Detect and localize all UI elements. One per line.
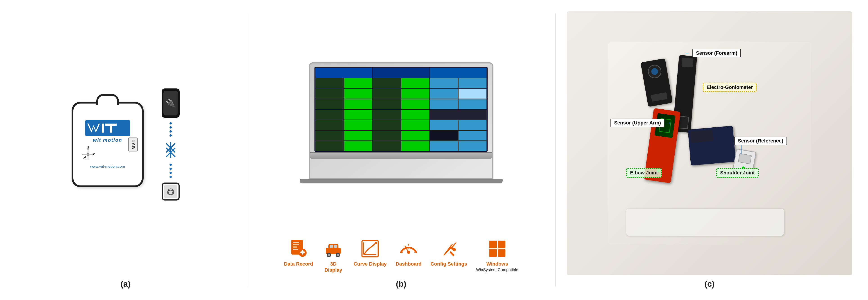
goniomoeter-top [681, 57, 693, 67]
dot [169, 176, 172, 178]
bluetooth-icon-area [164, 141, 177, 159]
foam-base [626, 209, 784, 236]
icon-winsystem: Windows WinSystem Compatible [476, 239, 518, 272]
cell [401, 99, 430, 109]
svg-point-36 [337, 254, 339, 256]
main-container: wit motion X Z Y [0, 0, 868, 300]
svg-rect-0 [85, 120, 130, 136]
cell [430, 89, 458, 99]
wit-motion-text: wit motion [93, 137, 122, 143]
cell [401, 89, 430, 99]
curve-display-svg [360, 239, 380, 259]
cell [315, 99, 344, 109]
svg-rect-3 [105, 124, 117, 126]
svg-rect-24 [292, 242, 300, 243]
curve-display-label: Curve Display [354, 261, 387, 267]
cell [315, 78, 344, 89]
cell [315, 89, 344, 99]
svg-point-44 [407, 251, 410, 254]
phone-screen: 🔌 [163, 91, 178, 115]
annotation-sensor-reference: Sensor (Reference) [734, 137, 787, 154]
ref-display [690, 130, 714, 143]
panel-b-label: (b) [396, 279, 406, 289]
3d-display-svg [323, 239, 343, 259]
windows-svg [487, 239, 507, 259]
panel-c: ← Sensor (Forearm) Electro-Goniometer Se… [564, 9, 855, 291]
cell [373, 120, 401, 130]
cell [315, 120, 344, 130]
wit-logo-svg [85, 120, 130, 136]
svg-rect-2 [102, 124, 104, 133]
svg-text:Z: Z [93, 153, 95, 156]
data-record-svg [289, 239, 308, 259]
svg-rect-50 [498, 241, 505, 248]
curve-display-icon [360, 239, 380, 259]
icon-3d-display: 3DDisplay [322, 239, 345, 273]
svg-point-42 [375, 242, 377, 244]
sensor-upper-arm-label: Sensor (Upper Arm) [611, 119, 664, 127]
small-sensor-device [162, 182, 180, 201]
arrow-upper-arm: → [666, 120, 671, 126]
dashboard-label: Dashboard [396, 261, 422, 267]
wit-website: www.wit-motion.com [90, 164, 125, 169]
annotation-electro-goniometer: Electro-Goniometer [703, 82, 756, 92]
annotation-sensor-forearm: ← Sensor (Forearm) [685, 49, 741, 57]
dotted-line-bottom [169, 164, 172, 178]
sensor-forearm-label: Sensor (Forearm) [692, 49, 741, 57]
panel-a-label: (a) [121, 279, 130, 289]
dashboard-icon [398, 239, 419, 259]
icons-row: Data Record 3 [258, 234, 544, 275]
svg-rect-27 [292, 249, 298, 250]
dot [169, 134, 172, 137]
cell [430, 110, 487, 120]
wit-logo-area: wit motion [85, 120, 130, 143]
cell [430, 131, 458, 141]
cell [401, 141, 430, 151]
device-handle [96, 94, 119, 105]
cell [373, 99, 401, 109]
dot [169, 130, 172, 133]
laptop-screen-area [309, 62, 493, 179]
dashboard-svg [399, 239, 418, 259]
plug-icon: 🔌 [165, 98, 176, 108]
ref-arrow-line [741, 145, 742, 154]
laptop-base [310, 152, 492, 159]
screen-header3 [430, 68, 487, 78]
diagram-right: 🔌 [162, 89, 180, 201]
cell [458, 99, 487, 109]
cell [401, 131, 430, 141]
cell [458, 141, 487, 151]
cell [458, 89, 487, 99]
annotation-sensor-upper-arm: Sensor (Upper Arm) → [611, 119, 671, 127]
screen-header [315, 68, 372, 78]
laptop-area [258, 11, 544, 234]
panel-a-diagram: wit motion X Z Y [71, 13, 180, 275]
sensor-image-area: ← Sensor (Forearm) Electro-Goniometer Se… [567, 11, 852, 275]
cell [401, 120, 430, 130]
svg-rect-52 [498, 249, 505, 257]
svg-rect-38 [334, 245, 337, 248]
cell [344, 99, 372, 109]
data-record-label: Data Record [284, 261, 313, 267]
arrow-forearm: ← [685, 50, 690, 56]
headset-svg [166, 187, 175, 196]
winsystem-compat-label: WinSystem Compatible [476, 268, 518, 272]
config-settings-svg [439, 239, 459, 259]
data-record-icon [288, 239, 309, 259]
laptop-foot [300, 179, 503, 184]
svg-rect-37 [330, 245, 333, 248]
svg-rect-4 [110, 126, 112, 133]
cell-sky2 [458, 78, 487, 89]
sensor-scene: ← Sensor (Forearm) Electro-Goniometer Se… [608, 42, 811, 245]
screen-header2 [373, 68, 430, 78]
cell [373, 89, 401, 99]
cell [430, 120, 458, 130]
laptop-body [309, 62, 493, 184]
dot [169, 164, 172, 166]
annotation-shoulder-joint: Shoulder Joint [716, 168, 758, 177]
cell [373, 78, 401, 89]
cell [458, 131, 487, 141]
config-settings-icon [439, 239, 459, 259]
laptop-screen-grid [314, 67, 488, 152]
small-device-inner [164, 185, 177, 198]
